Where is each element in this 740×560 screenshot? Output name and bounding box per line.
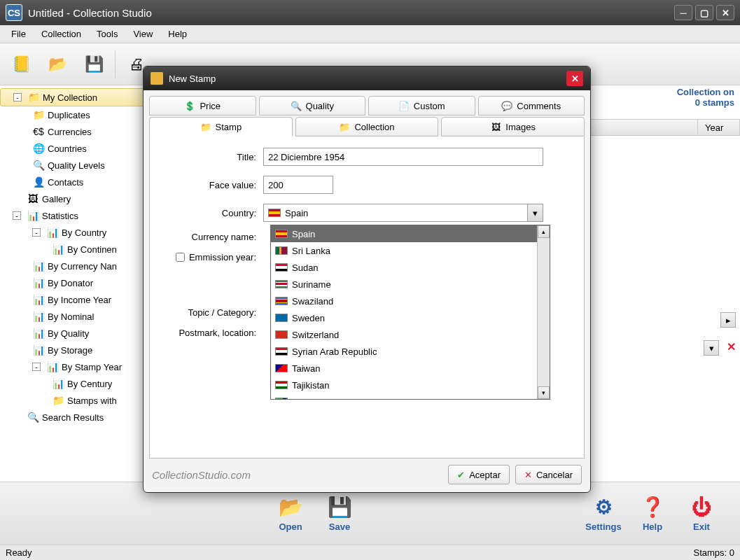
country-option-taiwan[interactable]: Taiwan bbox=[271, 360, 537, 377]
custom-tab-icon: 📄 bbox=[398, 100, 410, 111]
scroll-down-button[interactable]: ▾ bbox=[538, 386, 550, 399]
country-option-tajikistan[interactable]: Tajikistan bbox=[271, 377, 537, 393]
tree-icon: 📊 bbox=[52, 378, 64, 389]
tree-item-statistics[interactable]: -📊Statistics bbox=[0, 207, 160, 224]
dropdown-scrollbar[interactable]: ▴ ▾ bbox=[537, 225, 550, 399]
minimize-button[interactable]: ─ bbox=[674, 5, 692, 20]
tree-item-quality-levels[interactable]: 🔍Quality Levels bbox=[0, 157, 160, 174]
tree-item-by-country[interactable]: -📊By Country bbox=[0, 224, 160, 241]
expand-toggle[interactable]: - bbox=[32, 228, 41, 237]
filter-dropdown-button[interactable]: ▾ bbox=[704, 340, 719, 356]
menu-view[interactable]: View bbox=[126, 27, 160, 41]
country-option-switzerland[interactable]: Switzerland bbox=[271, 326, 537, 343]
country-dropdown-button[interactable]: ▾ bbox=[528, 204, 543, 222]
tree-item-currencies[interactable]: €$Currencies bbox=[0, 123, 160, 140]
scroll-track[interactable] bbox=[538, 238, 550, 386]
dialog-titlebar[interactable]: New Stamp ✕ bbox=[144, 66, 590, 90]
country-name: Taiwan bbox=[292, 363, 320, 374]
accept-button[interactable]: ✔Aceptar bbox=[448, 465, 510, 484]
face-value-input[interactable] bbox=[263, 176, 333, 194]
tree-item-by-donator[interactable]: 📊By Donator bbox=[0, 274, 160, 291]
menu-help[interactable]: Help bbox=[161, 27, 194, 41]
scroll-right-button[interactable]: ▸ bbox=[720, 312, 736, 328]
tab-custom[interactable]: 📄Custom bbox=[368, 96, 475, 115]
tree-label: By Century bbox=[67, 379, 112, 389]
tree-item-contacts[interactable]: 👤Contacts bbox=[0, 174, 160, 190]
maximize-button[interactable]: ▢ bbox=[695, 5, 713, 20]
country-option-swaziland[interactable]: Swaziland bbox=[271, 293, 537, 309]
stamp-tab-icon: 📁 bbox=[200, 121, 211, 132]
tree-icon: 🔍 bbox=[27, 412, 39, 423]
toolbar-new-icon[interactable]: 📒 bbox=[6, 49, 36, 80]
status-left: Ready bbox=[6, 547, 32, 558]
clear-filter-icon[interactable]: ✕ bbox=[727, 340, 736, 354]
tab-images[interactable]: 🖼Images bbox=[441, 117, 585, 136]
tab-price[interactable]: 💲Price bbox=[149, 96, 256, 115]
tree-item-by-currency-nan[interactable]: 📊By Currency Nan bbox=[0, 258, 160, 274]
cancel-button[interactable]: ✕Cancelar bbox=[515, 465, 582, 484]
country-option-tanzania[interactable]: Tanzania bbox=[271, 393, 537, 399]
title-input[interactable] bbox=[263, 148, 543, 166]
tab-collection[interactable]: 📁Collection bbox=[295, 117, 439, 136]
toolbar-save-icon[interactable]: 💾 bbox=[78, 49, 109, 80]
new-stamp-dialog: New Stamp ✕ 💲Price🔍Quality📄Custom💬Commen… bbox=[143, 66, 591, 493]
tree-item-gallery[interactable]: 🖼Gallery bbox=[0, 190, 160, 207]
menu-collection[interactable]: Collection bbox=[34, 27, 88, 41]
menu-file[interactable]: File bbox=[4, 27, 33, 41]
expand-toggle[interactable]: - bbox=[13, 211, 21, 220]
menu-tools[interactable]: Tools bbox=[90, 27, 125, 41]
flag-icon bbox=[275, 330, 288, 339]
country-name: Sri Lanka bbox=[292, 246, 330, 256]
tree-item-stamps-with[interactable]: 📁Stamps with bbox=[0, 392, 160, 409]
country-option-sweden[interactable]: Sweden bbox=[271, 309, 537, 326]
country-option-suriname[interactable]: Suriname bbox=[271, 276, 537, 293]
bottom-open-button[interactable]: 📂Open bbox=[266, 496, 315, 532]
country-option-syrian-arab-republic[interactable]: Syrian Arab Republic bbox=[271, 343, 537, 360]
statusbar: Ready Stamps: 0 bbox=[0, 545, 740, 560]
tab-quality[interactable]: 🔍Quality bbox=[259, 96, 366, 115]
tree-item-by-quality[interactable]: 📊By Quality bbox=[0, 325, 160, 342]
tree-item-duplicates[interactable]: 📁Duplicates bbox=[0, 106, 160, 123]
country-name: Syrian Arab Republic bbox=[292, 346, 377, 357]
bottom-settings-button[interactable]: ⚙Settings bbox=[579, 496, 628, 532]
emission-year-label: Emmission year: bbox=[189, 252, 256, 262]
tree-item-search-results[interactable]: 🔍Search Results bbox=[0, 409, 160, 426]
quality-tab-icon: 🔍 bbox=[291, 100, 302, 111]
toolbar-open-icon[interactable]: 📂 bbox=[42, 49, 73, 80]
dialog-close-button[interactable]: ✕ bbox=[566, 71, 583, 86]
expand-toggle[interactable]: - bbox=[32, 363, 41, 371]
tree-item-by-century[interactable]: 📊By Century bbox=[0, 375, 160, 392]
tree-item-by-nominal[interactable]: 📊By Nominal bbox=[0, 308, 160, 325]
bottom-save-button[interactable]: 💾Save bbox=[315, 496, 364, 532]
check-icon: ✔ bbox=[457, 470, 465, 480]
tree-item-by-continen[interactable]: 📊By Continen bbox=[0, 241, 160, 258]
tree-item-my-collection[interactable]: -📁My Collection bbox=[0, 88, 160, 106]
country-label: Country: bbox=[158, 208, 263, 218]
close-button[interactable]: ✕ bbox=[716, 5, 734, 20]
country-combo[interactable]: Spain bbox=[263, 204, 528, 222]
tree-item-by-storage[interactable]: 📊By Storage bbox=[0, 342, 160, 358]
scroll-up-button[interactable]: ▴ bbox=[538, 225, 550, 238]
currency-label: Currency name: bbox=[158, 232, 263, 242]
tab-stamp[interactable]: 📁Stamp bbox=[149, 117, 293, 136]
country-option-spain[interactable]: Spain bbox=[271, 225, 537, 242]
help-icon: ❓ bbox=[641, 496, 665, 519]
country-option-sri-lanka[interactable]: Sri Lanka bbox=[271, 242, 537, 259]
col-year[interactable]: Year bbox=[698, 120, 740, 135]
country-name: Swaziland bbox=[292, 296, 333, 307]
tree-item-countries[interactable]: 🌐Countries bbox=[0, 140, 160, 157]
emission-year-checkbox[interactable] bbox=[176, 253, 185, 262]
tree-label: Statistics bbox=[42, 211, 78, 221]
expand-toggle[interactable]: - bbox=[13, 93, 22, 102]
tree-label: Duplicates bbox=[48, 110, 90, 120]
tree-label: By Quality bbox=[48, 328, 89, 339]
tab-comments[interactable]: 💬Comments bbox=[478, 96, 585, 115]
tree-item-by-stamp-year[interactable]: -📊By Stamp Year bbox=[0, 358, 160, 375]
flag-icon bbox=[275, 230, 288, 238]
images-tab-icon: 🖼 bbox=[490, 121, 501, 132]
bottom-exit-button[interactable]: ⏻Exit bbox=[677, 496, 726, 532]
tab-label: Images bbox=[505, 122, 536, 132]
tree-item-by-income-year[interactable]: 📊By Income Year bbox=[0, 291, 160, 308]
bottom-help-button[interactable]: ❓Help bbox=[628, 496, 677, 532]
country-option-sudan[interactable]: Sudan bbox=[271, 259, 537, 276]
